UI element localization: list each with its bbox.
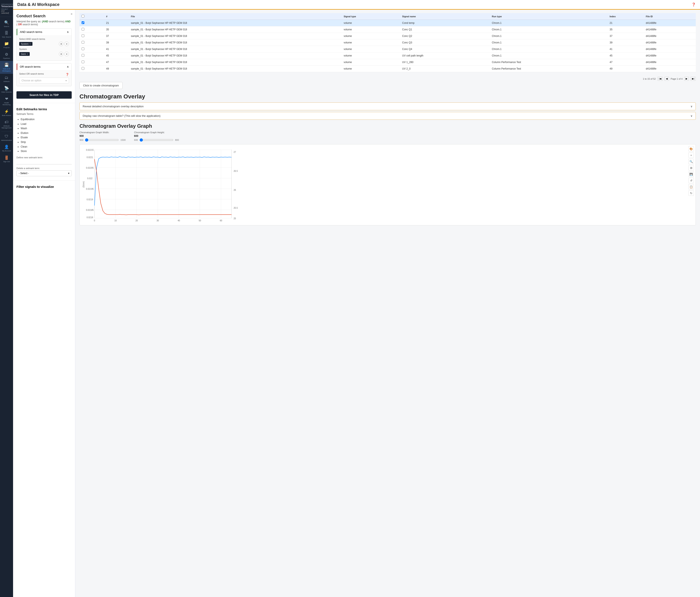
- define-setmark-input[interactable]: [17, 159, 72, 165]
- and-section-label: AND search terms: [20, 30, 42, 33]
- sidebar-item-data-ai-workspace[interactable]: 💾 Data & AI Workspace: [0, 61, 13, 74]
- sidebar-item-search[interactable]: 🔍 Search: [0, 19, 13, 29]
- graph-width-slider[interactable]: [85, 138, 119, 142]
- row-file-id: d41488fe: [644, 33, 696, 40]
- row-checkbox[interactable]: [82, 47, 84, 50]
- svg-text:0.0221: 0.0221: [87, 156, 93, 158]
- account-icon: 👤: [4, 145, 9, 149]
- row-checkbox-cell[interactable]: [79, 46, 104, 52]
- row-index: 41: [607, 46, 644, 52]
- and-tag-gem-remove[interactable]: ×: [27, 53, 28, 55]
- row-checkbox-cell[interactable]: [79, 66, 104, 72]
- row-checkbox[interactable]: [82, 41, 84, 44]
- close-button[interactable]: ×: [71, 12, 73, 16]
- col-index: Index: [607, 13, 644, 20]
- last-page-button[interactable]: ▶|: [691, 77, 696, 81]
- and-tag-system: System ×: [19, 42, 32, 46]
- projects-icon: 📁: [4, 41, 9, 46]
- conduct-search-title: Conduct Search: [17, 14, 72, 18]
- row-checkbox[interactable]: [82, 34, 84, 37]
- interpret-paren: (: [17, 23, 17, 26]
- first-page-button[interactable]: |◀: [657, 77, 663, 81]
- sidebar-item-artifacts[interactable]: 🗂 Artifacts: [0, 74, 13, 84]
- next-page-button[interactable]: ▶: [684, 77, 689, 81]
- search-tdp-button[interactable]: Search for files in TDP: [17, 91, 72, 99]
- setmark-item: Eluate: [21, 135, 72, 140]
- and-select-label: Select AND search terms: [19, 38, 69, 40]
- sidebar-item-administration[interactable]: 🛡 Administration: [0, 132, 13, 143]
- artifacts-icon: 🗂: [5, 75, 8, 80]
- sidebar-item-health-monitoring[interactable]: ❤ Health Monitoring: [0, 95, 13, 107]
- and-tag-system-remove[interactable]: ×: [29, 43, 31, 45]
- and-tag-settings-btn[interactable]: ⚙: [59, 42, 64, 46]
- graph-zoom-out-btn[interactable]: 🔍: [689, 159, 694, 164]
- row-signal-type: volume: [342, 59, 400, 66]
- sidebar-item-label: Administration: [1, 139, 12, 142]
- row-checkbox-cell[interactable]: [79, 26, 104, 33]
- and-tag-1: (AND: [42, 20, 48, 23]
- graph-controls: Chromatogram Graph Width: 900 900 1500 C…: [79, 131, 696, 142]
- and-tag-gem: Gem ×: [19, 52, 30, 56]
- right-panel: # File Signal type Signal name Run type …: [75, 10, 700, 597]
- graph-save-btn[interactable]: 💾: [689, 171, 694, 177]
- row-checkbox-cell[interactable]: [79, 33, 104, 40]
- accordion-raw-table-chevron-icon: ∨: [691, 114, 693, 118]
- row-index: 21: [607, 20, 644, 26]
- row-checkbox-cell[interactable]: [79, 52, 104, 59]
- row-checkbox[interactable]: [82, 28, 84, 30]
- row-checkbox-cell[interactable]: [79, 40, 104, 46]
- row-run-type: Chrom.1: [490, 46, 608, 52]
- sidebar-item-sql-search[interactable]: 🗄 SQL Search: [0, 29, 13, 40]
- sidebar-item-data-sources[interactable]: 📡 Data Sources: [0, 84, 13, 95]
- graph-compare-btn[interactable]: ⊞: [689, 165, 694, 171]
- help-icon[interactable]: ❓: [692, 2, 696, 6]
- delete-setmark-dropdown[interactable]: - Select - ▾: [17, 170, 72, 176]
- accordion-description-header[interactable]: Reveal detailed chromatogram overlay des…: [80, 103, 696, 110]
- prev-page-button[interactable]: ◀: [665, 77, 669, 81]
- svg-text:25.5: 25.5: [233, 207, 238, 209]
- graph-note-btn[interactable]: 📋: [689, 184, 694, 190]
- sidebar-item-attribute-management[interactable]: 🏷 Attribute Management: [0, 118, 13, 131]
- sidebar-item-my-account[interactable]: 👤 My Account: [0, 143, 13, 154]
- and-tag-add-btn[interactable]: ▾: [64, 42, 69, 46]
- create-chromatogram-button[interactable]: Click to create chromatogram: [79, 82, 123, 89]
- row-checkbox[interactable]: [82, 54, 84, 57]
- graph-height-value: 600: [134, 134, 179, 138]
- row-checkbox[interactable]: [82, 21, 84, 24]
- row-index: 37: [607, 33, 644, 40]
- graph-zoom-in-btn[interactable]: +: [689, 152, 694, 158]
- row-checkbox-cell[interactable]: [79, 59, 104, 66]
- accordion-raw-table-header[interactable]: Display raw chromatogram table? (This wi…: [80, 112, 696, 120]
- graph-rotate-btn[interactable]: ↻: [689, 190, 694, 196]
- sidebar-item-bulk-actions[interactable]: ⚡ Bulk Actions: [0, 107, 13, 118]
- row-file: sample_01 - Butyl Sepharose HP HETP GEM …: [129, 26, 342, 33]
- row-checkbox[interactable]: [82, 60, 84, 63]
- and-gem-settings-btn[interactable]: ⚙: [59, 52, 64, 56]
- row-file: sample_01 - Butyl Sepharose HP HETP GEM …: [129, 52, 342, 59]
- row-index: 35: [607, 26, 644, 33]
- and-section-header[interactable]: AND search terms ∧: [17, 29, 72, 35]
- interpret-label: Interpret the query as:: [17, 20, 42, 23]
- delete-setmark-value: - Select -: [19, 172, 29, 175]
- graph-refresh-btn[interactable]: ↺: [689, 178, 694, 183]
- or-section-header[interactable]: OR search terms ∧: [17, 64, 72, 70]
- sidebar-item-sign-out[interactable]: 🚪 Sign Out: [0, 154, 13, 165]
- or-dropdown[interactable]: Choose an option ▾: [19, 78, 69, 83]
- select-all-checkbox[interactable]: [82, 15, 84, 18]
- graph-color-btn[interactable]: 🎨: [689, 146, 694, 152]
- row-signal-name: Conc Q4: [400, 46, 490, 52]
- project-label: PROJECT: [1, 8, 12, 10]
- table-row: 21 sample_01 - Butyl Sepharose HP HETP G…: [79, 20, 696, 26]
- and-gem-add-btn[interactable]: ▾: [64, 52, 69, 56]
- row-checkbox[interactable]: [82, 67, 84, 70]
- left-panel: × Conduct Search Interpret the query as:…: [13, 10, 75, 597]
- graph-width-label: Chromatogram Graph Width:: [79, 131, 126, 134]
- graph-container: 🎨 + 🔍 ⊞ 💾 ↺ 📋 ↻ 0.02215 0.0221 0.02205 0…: [79, 144, 696, 225]
- row-index: 39: [607, 40, 644, 46]
- row-checkbox-cell[interactable]: [79, 20, 104, 26]
- row-file-id: d41488fe: [644, 20, 696, 26]
- svg-text:40: 40: [177, 220, 180, 222]
- graph-height-slider[interactable]: [140, 138, 173, 142]
- sidebar-item-pipelines[interactable]: ⚙ Pipelines: [0, 50, 13, 61]
- sidebar-item-projects[interactable]: 📁 Projects: [0, 40, 13, 50]
